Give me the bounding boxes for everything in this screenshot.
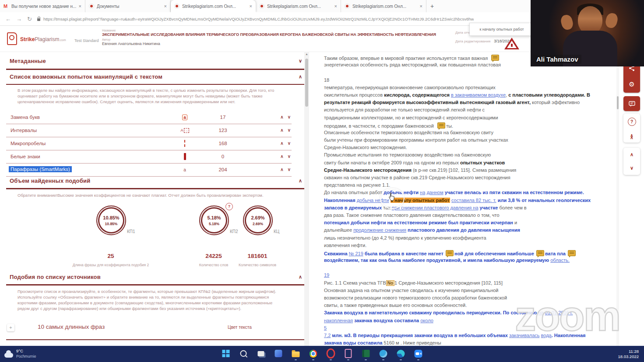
divider <box>6 84 306 85</box>
strikeplagiarism-favicon <box>174 3 179 9</box>
taskbar-clock[interactable]: 11:28 18.03.2022 <box>618 349 639 359</box>
task-view-button[interactable] <box>256 348 266 359</box>
tab-gmail[interactable]: Вы получили новое задание н... × <box>0 0 85 12</box>
close-icon[interactable]: × <box>334 3 337 9</box>
task-view-icon <box>257 351 264 356</box>
gauge-kp2: 5.18% 5.18% <box>199 205 229 235</box>
chevron-up-icon[interactable]: ∧ <box>299 274 302 280</box>
start-button[interactable] <box>221 348 231 359</box>
scrollbar-up-icon[interactable]: ▲ <box>304 52 309 56</box>
weather-temp: 9°C <box>16 348 36 354</box>
section-metadata[interactable]: Метаданные <box>10 58 46 64</box>
chevron-down-icon[interactable]: ∨ <box>299 58 302 64</box>
report-left-panel: Метаданные ∨ Список возможных попыток ма… <box>0 52 309 346</box>
close-icon[interactable]: × <box>79 3 81 9</box>
gauge-kc: 2.69% 2.69% <box>243 205 273 235</box>
scrollbar-thumb[interactable] <box>305 59 308 107</box>
letter-swap-icon: a <box>180 113 189 122</box>
phone-link-button[interactable] <box>343 348 353 359</box>
table-row-paraphrases[interactable]: Парафразы (SmartMarks) a 204 ∧∨ <box>6 164 292 177</box>
text-color-control[interactable]: Цвет текста <box>228 325 252 330</box>
back-button[interactable]: ← <box>5 16 11 22</box>
comment-icon[interactable] <box>491 55 499 61</box>
comment-icon[interactable] <box>446 250 454 256</box>
excel-icon <box>362 350 370 357</box>
excel-button[interactable] <box>361 348 371 359</box>
row-down-icon[interactable]: ∨ <box>288 141 291 146</box>
reload-button[interactable]: ↻ <box>27 16 32 22</box>
row-up-icon[interactable]: ∧ <box>280 115 283 119</box>
row-up-icon[interactable]: ∧ <box>280 128 283 132</box>
collapse-all-icon[interactable]: ∧∧ <box>623 134 640 139</box>
section-manipulations[interactable]: Список возможных попыток манипуляций с т… <box>10 73 162 80</box>
folder-icon <box>292 352 300 357</box>
tab-strikeplagiarism-3[interactable]: Strikeplagiarism.com Онл... × <box>341 0 426 12</box>
row-down-icon[interactable]: ∨ <box>288 128 291 132</box>
row-down-icon[interactable]: ∨ <box>288 115 291 119</box>
help-badge-icon[interactable]: ? <box>225 203 233 210</box>
row-down-icon[interactable]: ∨ <box>288 154 291 159</box>
mouse-cursor-icon <box>388 192 395 204</box>
gauge-label-kp2: КП2 <box>230 229 238 234</box>
gauge-kp1: 10.85% 10.85% <box>96 205 126 235</box>
close-icon[interactable]: × <box>164 3 167 9</box>
left-panel-scrollbar[interactable]: ▲ <box>304 52 309 346</box>
zoom-app-button[interactable] <box>413 348 423 359</box>
search-icon <box>240 350 246 357</box>
edge-button[interactable] <box>396 348 406 359</box>
weather-desc: Pochmurnie <box>16 354 36 359</box>
strikeplagiarism-favicon <box>89 3 94 9</box>
comments-icon <box>623 101 640 107</box>
expand-icon[interactable]: + <box>7 324 14 331</box>
widgets-button[interactable] <box>273 348 283 359</box>
search-button[interactable] <box>238 348 248 359</box>
close-icon[interactable]: × <box>420 3 422 9</box>
table-row-microspaces[interactable]: Микропробелы 168 ∧∨ <box>6 137 292 150</box>
document-author: Евгения Анатольевна Никитина <box>102 42 452 46</box>
edge-icon <box>397 350 405 358</box>
section-source-list[interactable]: Подобия по списку источников <box>10 274 101 280</box>
forward-button[interactable]: → <box>16 16 22 22</box>
webcam-overlay: Ali Tahmazov <box>531 0 644 66</box>
tab-strikeplagiarism-active[interactable]: Strikeplagiarism.com Онл... × <box>171 0 256 12</box>
section-similarity-volume[interactable]: Объем найденных подобий <box>10 178 90 184</box>
manipulations-table: Замена букв a 17 ∧∨ Интервалы A→ 123 ∧∨ … <box>6 111 292 177</box>
file-explorer-button[interactable] <box>291 348 301 359</box>
opera-button[interactable] <box>326 348 336 359</box>
scrollbar-thumb[interactable] <box>617 96 619 109</box>
university-emblem-icon <box>504 38 519 49</box>
comments-button[interactable] <box>623 96 640 111</box>
scroll-up-icon[interactable]: ∧ <box>623 152 640 157</box>
phrase-tooltip[interactable]: к началу опытных работ <box>469 23 534 36</box>
row-up-icon[interactable]: ∧ <box>280 154 283 159</box>
comment-icon[interactable] <box>536 250 544 256</box>
chevron-up-icon[interactable]: ∧ <box>299 178 302 184</box>
weather-widget[interactable]: 9°C Pochmurnie <box>4 348 36 359</box>
opera-icon <box>327 348 335 359</box>
tab-documents[interactable]: Документы × <box>85 0 171 12</box>
skype-button[interactable] <box>378 348 388 359</box>
row-down-icon[interactable]: ∨ <box>288 167 291 172</box>
row-count: 168 <box>205 141 240 146</box>
row-up-icon[interactable]: ∧ <box>280 167 283 172</box>
strikeplagiarism-logo[interactable]: StrikePlagiarism.com <box>7 32 66 45</box>
table-row-white-chars[interactable]: Белые знаки 0 ∧∨ <box>6 150 292 164</box>
chevron-up-icon[interactable]: ∧ <box>299 74 302 80</box>
longest-phrases-toggle[interactable]: 10 самых длинных фраз <box>38 324 105 330</box>
table-row-intervals[interactable]: Интервалы A→ 123 ∧∨ <box>6 124 292 137</box>
author-label: Автор <box>102 38 452 41</box>
address-bar[interactable]: https://tmsapi.plagiat.pl/report/?langua… <box>37 17 545 21</box>
stat-phrase-length: 25 Длина фразы для коэффициента подобия … <box>63 253 159 267</box>
chrome-button[interactable] <box>308 348 318 359</box>
row-up-icon[interactable]: ∧ <box>280 141 283 146</box>
scroll-down-icon[interactable]: ∨ <box>623 165 640 171</box>
tab-strikeplagiarism-2[interactable]: Strikeplagiarism.com Онл... × <box>256 0 341 12</box>
windows-logo-icon <box>222 350 229 357</box>
new-tab-button[interactable]: + <box>426 0 438 12</box>
comment-icon[interactable] <box>568 250 576 256</box>
comment-icon[interactable] <box>437 122 445 129</box>
close-icon[interactable]: × <box>250 3 252 9</box>
help-icon[interactable]: ? <box>628 118 636 126</box>
settings-gear-icon[interactable]: ⚙ <box>623 80 640 88</box>
table-row-letter-swap[interactable]: Замена букв a 17 ∧∨ <box>6 111 292 124</box>
